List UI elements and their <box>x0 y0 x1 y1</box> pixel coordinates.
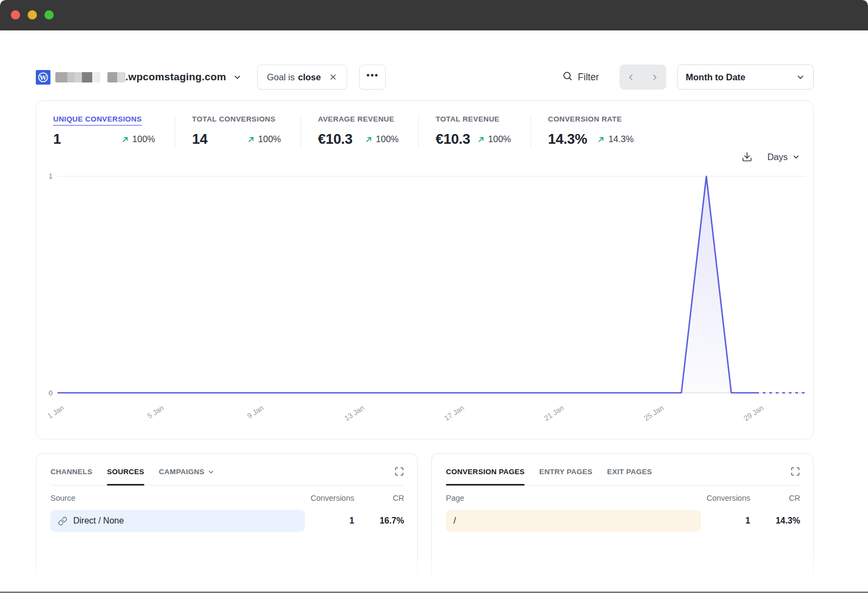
prev-period-button[interactable] <box>620 65 643 90</box>
metric-value: 14 <box>192 131 207 148</box>
trend-up-icon <box>597 135 605 144</box>
source-name: Direct / None <box>73 516 124 526</box>
pages-tabbar: CONVERSION PAGES ENTRY PAGES EXIT PAGES <box>446 468 800 486</box>
tab-sources[interactable]: SOURCES <box>107 468 144 485</box>
metric-value: €10.3 <box>436 131 470 148</box>
close-window-button[interactable] <box>11 10 20 20</box>
dashboard-header: W .wpcomstaging.com Goal is close ••• Fi… <box>36 65 814 90</box>
chart-controls: Days <box>36 149 813 165</box>
trend-up-icon <box>247 135 256 144</box>
sources-table-header: Source Conversions CR <box>50 486 404 505</box>
metric-change: 100% <box>121 134 155 144</box>
page-path: / <box>454 516 456 526</box>
metric-conversion-rate[interactable]: CONVERSION RATE 14.3% 14.3% <box>531 115 813 148</box>
goal-filter-chip[interactable]: Goal is close <box>257 65 348 90</box>
site-domain: .wpcomstaging.com <box>125 71 226 83</box>
metric-label: CONVERSION RATE <box>548 115 622 126</box>
page-conversions: 1 <box>691 516 750 526</box>
metric-change: 14.3% <box>597 134 634 144</box>
filter-button[interactable]: Filter <box>562 71 599 84</box>
metric-unique-conversions[interactable]: UNIQUE CONVERSIONS 1 100% <box>36 115 175 148</box>
table-row[interactable]: Direct / None 1 16.7% <box>50 510 404 532</box>
sources-tabbar: CHANNELS SOURCES CAMPAIGNS <box>50 468 404 486</box>
breakdown-section: CHANNELS SOURCES CAMPAIGNS Source Conver… <box>36 453 814 593</box>
app-window: W .wpcomstaging.com Goal is close ••• Fi… <box>0 0 868 593</box>
metric-label: UNIQUE CONVERSIONS <box>53 115 142 126</box>
overview-card: UNIQUE CONVERSIONS 1 100% TOTAL CONVERSI… <box>36 100 814 439</box>
trend-up-icon <box>121 135 130 144</box>
x-axis-label: 21 Jan <box>542 404 565 423</box>
source-cr: 16.7% <box>354 516 404 526</box>
trend-up-icon <box>365 135 373 144</box>
source-conversions: 1 <box>295 516 354 526</box>
x-axis-label: 25 Jan <box>642 404 665 423</box>
metric-label: TOTAL REVENUE <box>436 115 500 126</box>
interval-value: Days <box>767 152 788 162</box>
wordpress-icon: W <box>36 70 50 85</box>
trend-up-icon <box>477 135 486 144</box>
metric-change: 100% <box>477 134 511 144</box>
x-axis: 1 Jan5 Jan9 Jan13 Jan17 Jan21 Jan25 Jan2… <box>58 396 806 435</box>
date-range-select[interactable]: Month to Date <box>677 65 814 90</box>
y-axis-label: 0 <box>48 389 53 397</box>
tab-channels[interactable]: CHANNELS <box>50 468 92 485</box>
metric-label: TOTAL CONVERSIONS <box>192 115 276 126</box>
date-range-value: Month to Date <box>686 72 745 82</box>
site-selector[interactable]: W .wpcomstaging.com <box>36 70 242 85</box>
metric-change: 100% <box>365 134 399 144</box>
metric-change: 100% <box>247 134 281 144</box>
y-axis-label: 1 <box>48 172 53 180</box>
expand-card-icon[interactable] <box>394 467 404 476</box>
metric-total-conversions[interactable]: TOTAL CONVERSIONS 14 100% <box>175 115 301 148</box>
x-axis-label: 1 Jan <box>46 404 66 420</box>
page-cr: 14.3% <box>750 516 800 526</box>
x-axis-label: 9 Jan <box>246 404 265 420</box>
window-titlebar <box>0 0 868 30</box>
table-row[interactable]: / 1 14.3% <box>446 510 800 532</box>
x-axis-label: 5 Jan <box>146 404 165 420</box>
metric-average-revenue[interactable]: AVERAGE REVENUE €10.3 100% <box>301 115 418 148</box>
chart-line <box>58 174 806 396</box>
pages-table-header: Page Conversions CR <box>446 486 800 505</box>
svg-text:W: W <box>39 73 47 81</box>
y-axis: 1 0 <box>36 174 58 396</box>
redacted-site-name <box>55 72 125 82</box>
tab-conversion-pages[interactable]: CONVERSION PAGES <box>446 468 525 485</box>
metric-value: 14.3% <box>548 131 587 148</box>
goal-chip-prefix: Goal is <box>267 72 295 82</box>
pages-card: CONVERSION PAGES ENTRY PAGES EXIT PAGES … <box>431 453 814 593</box>
download-chart-icon[interactable] <box>742 151 752 162</box>
interval-select[interactable]: Days <box>767 152 800 162</box>
more-options-button[interactable]: ••• <box>359 65 386 90</box>
metric-value: 1 <box>53 131 61 148</box>
chart-plot-area[interactable] <box>58 174 806 396</box>
chevron-down-icon <box>207 468 215 476</box>
period-nav <box>620 65 666 90</box>
x-axis-label: 13 Jan <box>343 404 366 423</box>
sources-card: CHANNELS SOURCES CAMPAIGNS Source Conver… <box>36 453 418 593</box>
tab-entry-pages[interactable]: ENTRY PAGES <box>539 468 592 485</box>
metric-value: €10.3 <box>318 131 353 148</box>
chevron-down-icon <box>796 73 805 82</box>
filter-label: Filter <box>578 72 599 83</box>
x-axis-label: 17 Jan <box>443 404 465 423</box>
metrics-row: UNIQUE CONVERSIONS 1 100% TOTAL CONVERSI… <box>36 101 813 148</box>
tab-exit-pages[interactable]: EXIT PAGES <box>607 468 652 485</box>
chevron-down-icon <box>233 73 242 82</box>
remove-filter-icon[interactable] <box>329 73 337 81</box>
minimize-window-button[interactable] <box>28 10 37 20</box>
x-axis-label: 29 Jan <box>742 404 765 423</box>
goal-chip-value: close <box>298 72 321 82</box>
expand-card-icon[interactable] <box>790 467 800 476</box>
tab-campaigns[interactable]: CAMPAIGNS <box>159 468 215 485</box>
metric-label: AVERAGE REVENUE <box>318 115 394 126</box>
conversions-chart: 1 0 <box>36 174 813 396</box>
zoom-window-button[interactable] <box>44 10 54 20</box>
link-icon <box>58 517 67 526</box>
next-period-button[interactable] <box>643 65 666 90</box>
metric-total-revenue[interactable]: TOTAL REVENUE €10.3 100% <box>418 115 531 148</box>
search-icon <box>562 71 573 84</box>
